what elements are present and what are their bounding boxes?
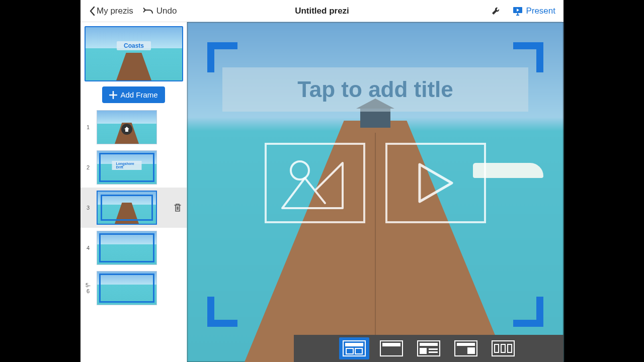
frame-number: 4 [85, 245, 92, 251]
svg-rect-5 [355, 348, 362, 354]
frames-list: 1 2 Longshore Drift [80, 107, 187, 362]
frames-sidebar: Coasts Add Frame 1 2 [80, 22, 187, 362]
toolbar-right: Present [491, 6, 555, 16]
canvas[interactable]: Tap to add title [187, 22, 564, 362]
home-icon [121, 124, 132, 135]
frame-number: 5-6 [85, 282, 92, 294]
plus-icon [109, 91, 117, 99]
frame-row[interactable]: 4 [80, 228, 187, 268]
present-button[interactable]: Present [513, 6, 555, 16]
trash-icon [174, 203, 182, 212]
chevron-left-icon [89, 6, 96, 16]
svg-rect-8 [420, 348, 427, 354]
svg-rect-1 [278, 154, 352, 212]
svg-point-2 [291, 161, 309, 179]
layout-option-1[interactable] [339, 337, 369, 359]
title-placeholder[interactable]: Tap to add title [222, 67, 528, 112]
toolbar-left: My prezis Undo [89, 6, 177, 16]
frame-thumbnail[interactable] [97, 271, 157, 305]
video-placeholder[interactable] [385, 143, 486, 223]
frame-row[interactable]: 5-6 [80, 268, 187, 308]
frame-corner-icon[interactable] [513, 297, 543, 327]
svg-rect-7 [420, 343, 438, 346]
layout-option-5[interactable] [488, 337, 518, 359]
frame-number: 3 [85, 205, 92, 211]
layout-icon [417, 340, 440, 356]
editor-body: Coasts Add Frame 1 2 [80, 22, 564, 362]
layout-option-3[interactable] [414, 337, 444, 359]
frame-row[interactable]: 2 Longshore Drift [80, 147, 187, 188]
frame-row[interactable]: 1 [80, 107, 187, 147]
frame-thumbnail[interactable] [97, 191, 157, 225]
frame-number: 1 [85, 124, 92, 130]
svg-rect-14 [501, 344, 505, 352]
svg-rect-3 [345, 343, 363, 346]
frame-thumbnail[interactable] [97, 231, 157, 265]
frame-thumbnail[interactable]: Longshore Drift [97, 150, 157, 185]
top-toolbar: My prezis Undo Untitled prezi Present [80, 0, 564, 22]
svg-rect-10 [429, 351, 438, 353]
layout-toolbar [294, 335, 564, 362]
add-frame-button[interactable]: Add Frame [102, 86, 165, 103]
image-icon [277, 153, 353, 213]
present-icon [513, 7, 523, 16]
undo-button[interactable]: Undo [143, 6, 177, 16]
app-window: My prezis Undo Untitled prezi Present [80, 0, 564, 362]
settings-wrench-icon[interactable] [491, 6, 501, 16]
svg-rect-6 [382, 343, 400, 346]
frame-row[interactable]: 3 [80, 188, 187, 228]
layout-icon [454, 340, 477, 356]
layout-icon [380, 340, 403, 356]
frame-number: 2 [85, 164, 92, 170]
layout-icon [492, 340, 515, 356]
overview-thumbnail[interactable]: Coasts [85, 26, 183, 81]
svg-rect-4 [346, 348, 353, 354]
add-frame-label: Add Frame [120, 90, 157, 99]
overview-section: Coasts [80, 22, 187, 84]
layout-option-2[interactable] [376, 337, 407, 359]
title-placeholder-text: Tap to add title [297, 77, 453, 102]
svg-rect-12 [467, 347, 475, 354]
present-label: Present [526, 6, 555, 16]
pier-graphic [116, 53, 151, 80]
frame-thumbnail[interactable] [97, 110, 157, 144]
svg-rect-13 [495, 344, 499, 352]
delete-frame-button[interactable] [174, 203, 182, 212]
frame-label: Longshore Drift [112, 161, 142, 170]
content-placeholders [265, 143, 486, 223]
back-label: My prezis [97, 6, 133, 16]
image-placeholder[interactable] [265, 143, 365, 223]
back-button[interactable]: My prezis [89, 6, 133, 16]
undo-label: Undo [156, 6, 177, 16]
play-icon [416, 160, 456, 206]
layout-icon [343, 340, 366, 356]
overview-title: Coasts [117, 41, 151, 50]
svg-rect-15 [508, 344, 512, 352]
svg-rect-11 [457, 343, 475, 346]
undo-arrow-icon [143, 7, 153, 15]
layout-option-4[interactable] [451, 337, 481, 359]
svg-rect-9 [429, 348, 438, 350]
frame-corner-icon[interactable] [207, 297, 237, 327]
document-title[interactable]: Untitled prezi [295, 6, 349, 16]
